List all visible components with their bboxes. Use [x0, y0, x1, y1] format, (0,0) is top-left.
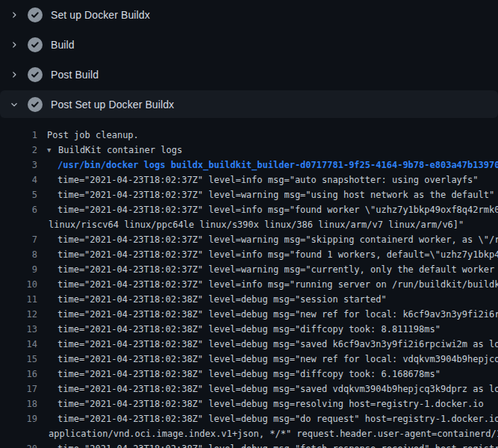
log-text: time="2021-04-23T18:02:38Z" level=debug … [57, 339, 498, 349]
log-line: 18 time="2021-04-23T18:02:38Z" level=deb… [0, 396, 498, 411]
chevron-right-icon[interactable] [9, 69, 19, 81]
log-line: 5 time="2021-04-23T18:02:37Z" level=warn… [0, 187, 498, 202]
line-number[interactable]: 4 [0, 175, 37, 185]
line-number[interactable]: 10 [0, 279, 37, 290]
check-circle-icon [28, 97, 43, 112]
log-line: 6 time="2021-04-23T18:02:37Z" level=info… [0, 202, 498, 217]
chevron-right-icon[interactable] [9, 39, 19, 51]
log-text: application/vnd.oci.image.index.v1+json,… [49, 429, 498, 439]
log-line: 3 /usr/bin/docker logs buildx_buildkit_b… [0, 158, 498, 172]
line-number[interactable]: 18 [0, 399, 37, 409]
section-label: Post Build [51, 69, 99, 81]
check-circle-icon [28, 67, 43, 82]
log-text: time="2021-04-23T18:02:38Z" level=debug … [57, 414, 498, 424]
line-number[interactable]: 6 [0, 205, 37, 215]
log-text: time="2021-04-23T18:02:37Z" level=warnin… [57, 190, 494, 200]
line-number[interactable]: 19 [0, 414, 37, 424]
line-number[interactable]: 9 [0, 264, 37, 275]
log-line: 1 Post job cleanup. [0, 128, 498, 143]
line-number[interactable]: 14 [0, 339, 37, 349]
log-line: 10 time="2021-04-23T18:02:37Z" level=inf… [0, 277, 498, 292]
step-section-post-set-up-docker-buildx[interactable]: Post Set up Docker Buildx [0, 90, 498, 118]
log-line: 11 time="2021-04-23T18:02:38Z" level=deb… [0, 292, 498, 307]
step-section-build[interactable]: Build [0, 30, 498, 60]
log-group-title: BuildKit container logs [58, 145, 182, 155]
log-line: 13 time="2021-04-23T18:02:38Z" level=deb… [0, 322, 498, 337]
log-line: 17 time="2021-04-23T18:02:38Z" level=deb… [0, 382, 498, 396]
log-text: time="2021-04-23T18:02:38Z" level=debug … [57, 444, 498, 448]
chevron-down-icon[interactable] [9, 99, 19, 111]
log-line-group[interactable]: 2 ▼ BuildKit container logs [0, 143, 498, 158]
line-number[interactable]: 20 [0, 444, 37, 448]
log-line: 15 time="2021-04-23T18:02:38Z" level=deb… [0, 352, 498, 367]
log-line: 4 time="2021-04-23T18:02:37Z" level=info… [0, 172, 498, 187]
log-text: time="2021-04-23T18:02:37Z" level=info m… [57, 249, 498, 260]
log-text: time="2021-04-23T18:02:37Z" level=warnin… [57, 264, 498, 275]
log-command-text: /usr/bin/docker logs buildx_buildkit_bui… [57, 160, 498, 170]
line-number[interactable]: 17 [0, 384, 37, 394]
collapse-triangle-icon[interactable]: ▼ [47, 143, 58, 158]
line-number[interactable]: 5 [0, 190, 37, 200]
line-number[interactable]: 16 [0, 369, 37, 379]
log-text: time="2021-04-23T18:02:37Z" level=info m… [57, 175, 479, 185]
log-text: time="2021-04-23T18:02:38Z" level=debug … [57, 369, 441, 379]
check-circle-icon [28, 7, 43, 22]
chevron-right-icon[interactable] [9, 9, 19, 21]
log-text: time="2021-04-23T18:02:37Z" level=info m… [57, 205, 498, 215]
log-line: 16 time="2021-04-23T18:02:38Z" level=deb… [0, 367, 498, 382]
line-number[interactable]: 7 [0, 234, 37, 245]
log-text: time="2021-04-23T18:02:38Z" level=debug … [57, 309, 498, 320]
log-line: 12 time="2021-04-23T18:02:38Z" level=deb… [0, 307, 498, 322]
line-number[interactable]: 8 [0, 249, 37, 260]
log-text: time="2021-04-23T18:02:38Z" level=debug … [57, 399, 484, 409]
log-text: time="2021-04-23T18:02:38Z" level=debug … [57, 324, 441, 335]
line-number[interactable]: 12 [0, 309, 37, 320]
line-number[interactable]: 13 [0, 324, 37, 335]
log-line: 19 time="2021-04-23T18:02:38Z" level=deb… [0, 411, 498, 426]
step-list: Set up Docker Buildx Build Post Build [0, 0, 498, 118]
log-line: 8 time="2021-04-23T18:02:37Z" level=info… [0, 247, 498, 262]
log-line-wrap: application/vnd.oci.image.index.v1+json,… [0, 426, 498, 441]
actions-log-viewer: Set up Docker Buildx Build Post Build [0, 0, 498, 448]
log-text: Post job cleanup. [47, 130, 139, 140]
step-section-post-build[interactable]: Post Build [0, 60, 498, 90]
log-line: 14 time="2021-04-23T18:02:38Z" level=deb… [0, 337, 498, 352]
section-label: Set up Docker Buildx [51, 9, 150, 21]
log-line: 9 time="2021-04-23T18:02:37Z" level=warn… [0, 262, 498, 277]
log-text: time="2021-04-23T18:02:37Z" level=warnin… [57, 234, 498, 245]
check-circle-icon [28, 37, 43, 52]
log-text: time="2021-04-23T18:02:37Z" level=info m… [57, 279, 498, 290]
log-text: time="2021-04-23T18:02:38Z" level=debug … [57, 294, 387, 305]
line-number[interactable]: 11 [0, 294, 37, 305]
section-label: Build [51, 39, 75, 51]
section-label: Post Set up Docker Buildx [51, 99, 174, 111]
log-text: linux/riscv64 linux/ppc64le linux/s390x … [49, 220, 464, 230]
log-line-wrap: linux/riscv64 linux/ppc64le linux/s390x … [0, 217, 498, 232]
line-number[interactable]: 15 [0, 354, 37, 364]
log-text: time="2021-04-23T18:02:38Z" level=debug … [57, 384, 498, 394]
log-line: 20 time="2021-04-23T18:02:38Z" level=deb… [0, 441, 498, 448]
line-number[interactable]: 2 [0, 145, 37, 155]
log-output: 1 Post job cleanup. 2 ▼ BuildKit contain… [0, 118, 498, 448]
log-line: 7 time="2021-04-23T18:02:37Z" level=warn… [0, 232, 498, 247]
step-section-set-up-docker-buildx[interactable]: Set up Docker Buildx [0, 0, 498, 30]
log-text: time="2021-04-23T18:02:38Z" level=debug … [57, 354, 498, 364]
line-number[interactable]: 3 [0, 160, 37, 170]
line-number[interactable]: 1 [0, 130, 37, 140]
